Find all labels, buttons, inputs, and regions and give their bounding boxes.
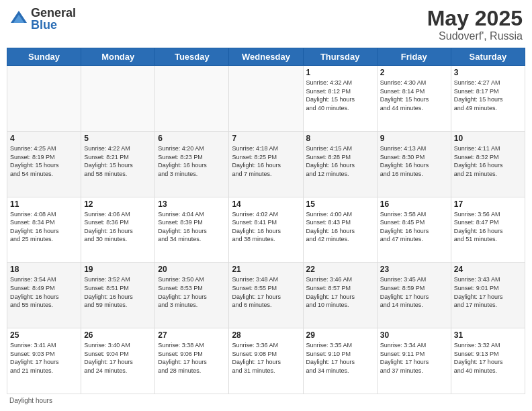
day-number: 5 bbox=[84, 134, 152, 143]
calendar-cell: 27Sunrise: 3:38 AM Sunset: 9:06 PM Dayli… bbox=[155, 328, 229, 394]
week-row-4: 18Sunrise: 3:54 AM Sunset: 8:49 PM Dayli… bbox=[7, 263, 525, 328]
weekday-header-row: SundayMondayTuesdayWednesdayThursdayFrid… bbox=[7, 48, 525, 66]
calendar-cell: 24Sunrise: 3:43 AM Sunset: 9:01 PM Dayli… bbox=[451, 263, 525, 328]
calendar-cell: 25Sunrise: 3:41 AM Sunset: 9:03 PM Dayli… bbox=[7, 328, 81, 394]
calendar-cell: 11Sunrise: 4:08 AM Sunset: 8:34 PM Dayli… bbox=[7, 197, 81, 263]
calendar-cell: 29Sunrise: 3:35 AM Sunset: 9:10 PM Dayli… bbox=[303, 328, 377, 394]
day-info: Sunrise: 3:32 AM Sunset: 9:13 PM Dayligh… bbox=[454, 341, 522, 375]
calendar-table: SundayMondayTuesdayWednesdayThursdayFrid… bbox=[7, 48, 525, 394]
day-info: Sunrise: 4:11 AM Sunset: 8:32 PM Dayligh… bbox=[454, 144, 522, 178]
calendar-cell: 2Sunrise: 4:30 AM Sunset: 8:14 PM Daylig… bbox=[377, 66, 451, 132]
weekday-header-monday: Monday bbox=[81, 48, 155, 66]
calendar-cell: 9Sunrise: 4:13 AM Sunset: 8:30 PM Daylig… bbox=[377, 131, 451, 197]
day-info: Sunrise: 4:18 AM Sunset: 8:25 PM Dayligh… bbox=[232, 144, 300, 178]
calendar-cell: 20Sunrise: 3:50 AM Sunset: 8:53 PM Dayli… bbox=[155, 263, 229, 328]
month-year: May 2025 bbox=[427, 7, 523, 30]
day-info: Sunrise: 3:45 AM Sunset: 8:59 PM Dayligh… bbox=[380, 275, 448, 309]
week-row-5: 25Sunrise: 3:41 AM Sunset: 9:03 PM Dayli… bbox=[7, 328, 525, 394]
day-number: 1 bbox=[306, 68, 374, 77]
calendar-cell: 10Sunrise: 4:11 AM Sunset: 8:32 PM Dayli… bbox=[451, 131, 525, 197]
calendar-cell: 30Sunrise: 3:34 AM Sunset: 9:11 PM Dayli… bbox=[377, 328, 451, 394]
calendar-cell: 15Sunrise: 4:00 AM Sunset: 8:43 PM Dayli… bbox=[303, 197, 377, 263]
calendar-cell: 17Sunrise: 3:56 AM Sunset: 8:47 PM Dayli… bbox=[451, 197, 525, 263]
day-info: Sunrise: 3:52 AM Sunset: 8:51 PM Dayligh… bbox=[84, 275, 152, 309]
weekday-header-wednesday: Wednesday bbox=[229, 48, 303, 66]
logo-general-text: General bbox=[31, 7, 76, 19]
calendar-cell: 18Sunrise: 3:54 AM Sunset: 8:49 PM Dayli… bbox=[7, 263, 81, 328]
day-info: Sunrise: 4:25 AM Sunset: 8:19 PM Dayligh… bbox=[10, 144, 78, 178]
day-number: 19 bbox=[84, 265, 152, 274]
week-row-1: 1Sunrise: 4:32 AM Sunset: 8:12 PM Daylig… bbox=[7, 66, 525, 132]
day-info: Sunrise: 4:22 AM Sunset: 8:21 PM Dayligh… bbox=[84, 144, 152, 178]
day-number: 20 bbox=[158, 265, 226, 274]
day-info: Sunrise: 4:02 AM Sunset: 8:41 PM Dayligh… bbox=[232, 210, 300, 244]
calendar-cell: 28Sunrise: 3:36 AM Sunset: 9:08 PM Dayli… bbox=[229, 328, 303, 394]
calendar-cell: 6Sunrise: 4:20 AM Sunset: 8:23 PM Daylig… bbox=[155, 131, 229, 197]
calendar-cell: 3Sunrise: 4:27 AM Sunset: 8:17 PM Daylig… bbox=[451, 66, 525, 132]
calendar-cell: 21Sunrise: 3:48 AM Sunset: 8:55 PM Dayli… bbox=[229, 263, 303, 328]
logo-icon bbox=[9, 9, 28, 28]
weekday-header-friday: Friday bbox=[377, 48, 451, 66]
calendar-cell: 8Sunrise: 4:15 AM Sunset: 8:28 PM Daylig… bbox=[303, 131, 377, 197]
day-number: 11 bbox=[10, 199, 78, 209]
day-info: Sunrise: 4:06 AM Sunset: 8:36 PM Dayligh… bbox=[84, 210, 152, 244]
day-info: Sunrise: 3:48 AM Sunset: 8:55 PM Dayligh… bbox=[232, 275, 300, 309]
day-number: 8 bbox=[306, 134, 374, 143]
calendar-cell: 23Sunrise: 3:45 AM Sunset: 8:59 PM Dayli… bbox=[377, 263, 451, 328]
day-number: 21 bbox=[232, 265, 300, 274]
day-info: Sunrise: 4:30 AM Sunset: 8:14 PM Dayligh… bbox=[380, 79, 448, 112]
calendar-cell: 7Sunrise: 4:18 AM Sunset: 8:25 PM Daylig… bbox=[229, 131, 303, 197]
calendar-cell: 16Sunrise: 3:58 AM Sunset: 8:45 PM Dayli… bbox=[377, 197, 451, 263]
day-number: 23 bbox=[380, 265, 448, 274]
location: Sudoverf', Russia bbox=[427, 30, 523, 42]
calendar-cell bbox=[7, 66, 81, 132]
calendar-cell: 1Sunrise: 4:32 AM Sunset: 8:12 PM Daylig… bbox=[303, 66, 377, 132]
calendar-cell bbox=[81, 66, 155, 132]
day-info: Sunrise: 3:38 AM Sunset: 9:06 PM Dayligh… bbox=[158, 341, 226, 375]
weekday-header-tuesday: Tuesday bbox=[155, 48, 229, 66]
day-number: 29 bbox=[306, 330, 374, 340]
day-number: 7 bbox=[232, 134, 300, 143]
day-info: Sunrise: 4:13 AM Sunset: 8:30 PM Dayligh… bbox=[380, 144, 448, 178]
day-number: 2 bbox=[380, 68, 448, 77]
calendar-cell: 5Sunrise: 4:22 AM Sunset: 8:21 PM Daylig… bbox=[81, 131, 155, 197]
logo: General Blue bbox=[9, 7, 76, 31]
calendar-cell: 19Sunrise: 3:52 AM Sunset: 8:51 PM Dayli… bbox=[81, 263, 155, 328]
day-info: Sunrise: 3:54 AM Sunset: 8:49 PM Dayligh… bbox=[10, 275, 78, 309]
day-number: 10 bbox=[454, 134, 522, 143]
day-number: 27 bbox=[158, 330, 226, 340]
day-info: Sunrise: 3:46 AM Sunset: 8:57 PM Dayligh… bbox=[306, 275, 374, 309]
logo-text: General Blue bbox=[31, 7, 76, 31]
day-number: 24 bbox=[454, 265, 522, 274]
day-number: 3 bbox=[454, 68, 522, 77]
day-number: 17 bbox=[454, 199, 522, 209]
week-row-3: 11Sunrise: 4:08 AM Sunset: 8:34 PM Dayli… bbox=[7, 197, 525, 263]
day-info: Sunrise: 3:36 AM Sunset: 9:08 PM Dayligh… bbox=[232, 341, 300, 375]
day-info: Sunrise: 3:35 AM Sunset: 9:10 PM Dayligh… bbox=[306, 341, 374, 375]
calendar-cell: 26Sunrise: 3:40 AM Sunset: 9:04 PM Dayli… bbox=[81, 328, 155, 394]
calendar-cell: 12Sunrise: 4:06 AM Sunset: 8:36 PM Dayli… bbox=[81, 197, 155, 263]
day-info: Sunrise: 3:50 AM Sunset: 8:53 PM Dayligh… bbox=[158, 275, 226, 309]
day-number: 25 bbox=[10, 330, 78, 340]
day-info: Sunrise: 3:40 AM Sunset: 9:04 PM Dayligh… bbox=[84, 341, 152, 375]
day-info: Sunrise: 3:58 AM Sunset: 8:45 PM Dayligh… bbox=[380, 210, 448, 244]
day-number: 16 bbox=[380, 199, 448, 209]
day-number: 18 bbox=[10, 265, 78, 274]
day-info: Sunrise: 4:04 AM Sunset: 8:39 PM Dayligh… bbox=[158, 210, 226, 244]
day-info: Sunrise: 3:41 AM Sunset: 9:03 PM Dayligh… bbox=[10, 341, 78, 375]
day-number: 9 bbox=[380, 134, 448, 143]
day-info: Sunrise: 3:56 AM Sunset: 8:47 PM Dayligh… bbox=[454, 210, 522, 244]
day-number: 12 bbox=[84, 199, 152, 209]
day-info: Sunrise: 4:00 AM Sunset: 8:43 PM Dayligh… bbox=[306, 210, 374, 244]
day-info: Sunrise: 4:27 AM Sunset: 8:17 PM Dayligh… bbox=[454, 79, 522, 112]
day-info: Sunrise: 4:15 AM Sunset: 8:28 PM Dayligh… bbox=[306, 144, 374, 178]
day-number: 14 bbox=[232, 199, 300, 209]
title-block: May 2025 Sudoverf', Russia bbox=[427, 7, 523, 42]
day-number: 13 bbox=[158, 199, 226, 209]
day-number: 4 bbox=[10, 134, 78, 143]
day-info: Sunrise: 4:08 AM Sunset: 8:34 PM Dayligh… bbox=[10, 210, 78, 244]
day-number: 26 bbox=[84, 330, 152, 340]
day-info: Sunrise: 4:20 AM Sunset: 8:23 PM Dayligh… bbox=[158, 144, 226, 178]
day-number: 6 bbox=[158, 134, 226, 143]
calendar-cell: 22Sunrise: 3:46 AM Sunset: 8:57 PM Dayli… bbox=[303, 263, 377, 328]
